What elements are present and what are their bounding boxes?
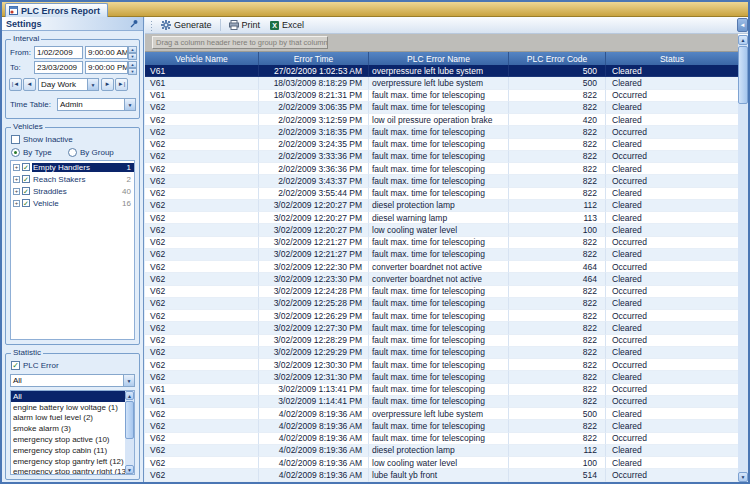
statistic-filter-combo[interactable]: All ▼ (10, 374, 135, 387)
column-header-error-time[interactable]: Error Time (259, 52, 369, 65)
grid-row[interactable]: V623/02/2009 12:24:28 PMfault max. time … (145, 286, 738, 298)
dropdown-icon[interactable]: ▼ (124, 99, 135, 110)
spin-up-icon[interactable]: ▲ (128, 46, 137, 53)
grid-scrollbar[interactable]: ▲ ▼ (738, 35, 748, 482)
scroll-up-icon[interactable]: ▲ (738, 35, 748, 45)
tree-checkbox[interactable]: ✓ (22, 175, 30, 183)
toolbar-overflow-button[interactable]: ◄ (737, 18, 748, 32)
show-inactive-checkbox[interactable] (11, 135, 20, 144)
toolbar-grip[interactable] (150, 20, 153, 31)
plc-error-checkbox[interactable]: ✓ (11, 361, 20, 370)
grid-row[interactable]: V623/02/2009 12:27:30 PMfault max. time … (145, 322, 738, 334)
statistic-list-item[interactable]: emergency stop cabin (11) (11, 445, 125, 456)
grid-row[interactable]: V622/02/2009 3:24:35 PMfault max. time f… (145, 139, 738, 151)
scroll-down-icon[interactable]: ▼ (125, 465, 134, 474)
scrollbar-thumb[interactable] (738, 46, 748, 104)
grid-row[interactable]: V624/02/2009 8:19:36 AMlow cooling water… (145, 457, 738, 469)
pin-icon[interactable] (130, 19, 139, 28)
grid-row[interactable]: V622/02/2009 3:06:35 PMfault max. time f… (145, 102, 738, 114)
from-date-field[interactable]: 1/02/2009 (34, 46, 83, 59)
grid-row[interactable]: V623/02/2009 12:20:27 PMdiesel warning l… (145, 212, 738, 224)
grid-row[interactable]: V623/02/2009 12:21:27 PMfault max. time … (145, 237, 738, 249)
statistic-list-item[interactable]: alarm low fuel level (2) (11, 413, 125, 424)
tab-plc-errors-report[interactable]: PLC Errors Report (5, 3, 108, 17)
vehicle-tree-item[interactable]: +✓Empty Handlers1 (11, 161, 134, 173)
grid-row[interactable]: V623/02/2009 12:25:28 PMfault max. time … (145, 298, 738, 310)
column-header-plc-error-code[interactable]: PLC Error Code (509, 52, 606, 65)
statistic-list-item[interactable]: emergency stop gantry left (12) (11, 456, 125, 467)
by-type-radio[interactable] (11, 148, 20, 157)
scroll-up-icon[interactable]: ▲ (125, 391, 134, 400)
grid-row[interactable]: V622/02/2009 3:12:59 PMlow oil pressure … (145, 114, 738, 126)
tree-checkbox[interactable]: ✓ (22, 187, 30, 195)
statistic-list-scrollbar[interactable]: ▲ ▼ (125, 391, 134, 474)
grid-row[interactable]: V622/02/2009 3:36:36 PMfault max. time f… (145, 163, 738, 175)
to-time-field[interactable]: 9:00:00 PM (85, 61, 128, 74)
generate-button[interactable]: Generate (156, 19, 217, 31)
expand-icon[interactable]: + (13, 164, 20, 171)
grid-row[interactable]: V6127/02/2009 1:02:53 AMoverpressure lef… (145, 65, 738, 77)
grid-row[interactable]: V623/02/2009 12:20:27 PMdiesel protectio… (145, 200, 738, 212)
column-header-plc-error-name[interactable]: PLC Error Name (369, 52, 509, 65)
dropdown-icon[interactable]: ▼ (123, 375, 134, 386)
print-button[interactable]: Print (224, 19, 266, 31)
from-time-field[interactable]: 9:00:00 AM (85, 46, 128, 59)
grid-row[interactable]: V623/02/2009 12:23:30 PMconverter boardn… (145, 273, 738, 285)
grid-row[interactable]: V624/02/2009 8:19:36 AMoverpressure left… (145, 408, 738, 420)
grid-row[interactable]: V623/02/2009 12:29:29 PMfault max. time … (145, 347, 738, 359)
grid-row[interactable]: V624/02/2009 8:19:36 AMfault max. time f… (145, 420, 738, 432)
shift-combo[interactable]: Day Work ▼ (38, 78, 99, 91)
statistic-list-item[interactable]: smoke alarm (3) (11, 423, 125, 434)
scroll-down-icon[interactable]: ▼ (738, 472, 748, 482)
grid-row[interactable]: V622/02/2009 3:43:37 PMfault max. time f… (145, 175, 738, 187)
plc-error-code-cell: 100 (509, 224, 606, 236)
grid-row[interactable]: V6118/03/2009 8:21:31 PMfault max. time … (145, 90, 738, 102)
group-by-hint[interactable]: Drag a column header here to group by th… (152, 36, 328, 49)
grid-row[interactable]: V622/02/2009 3:18:35 PMfault max. time f… (145, 126, 738, 138)
grid-row[interactable]: V623/02/2009 12:26:29 PMfault max. time … (145, 310, 738, 322)
grid-row[interactable]: V613/02/2009 1:13:41 PMfault max. time f… (145, 384, 738, 396)
tree-checkbox[interactable]: ✓ (22, 199, 30, 207)
grid-row[interactable]: V624/02/2009 8:19:36 AMdiesel protection… (145, 445, 738, 457)
grid-row[interactable]: V622/02/2009 3:55:44 PMfault max. time f… (145, 188, 738, 200)
statistic-list-item[interactable]: emergency stop gantry right (13) (11, 467, 125, 475)
nav-first-button[interactable]: |◄ (9, 78, 22, 91)
expand-icon[interactable]: + (13, 188, 20, 195)
excel-button[interactable]: X Excel (265, 19, 309, 31)
column-header-vehicle-name[interactable]: Vehicle Name (145, 52, 259, 65)
to-date-field[interactable]: 23/03/2009 (34, 61, 83, 74)
grid-row[interactable]: V624/02/2009 8:19:36 AMfault max. time f… (145, 433, 738, 445)
to-time-spinner[interactable]: ▲ ▼ (128, 61, 137, 74)
nav-last-button[interactable]: ►| (115, 78, 128, 91)
vehicle-tree-item[interactable]: +✓Reach Stakers2 (11, 173, 134, 185)
grid-row[interactable]: V6118/03/2009 8:18:29 PMoverpressure lef… (145, 77, 738, 89)
grid-row[interactable]: V623/02/2009 12:20:27 PMlow cooling wate… (145, 224, 738, 236)
spin-down-icon[interactable]: ▼ (128, 68, 137, 75)
scrollbar-thumb[interactable] (125, 401, 134, 439)
vehicle-tree-item[interactable]: +✓Straddles40 (11, 185, 134, 197)
expand-icon[interactable]: + (13, 200, 20, 207)
vehicle-tree-item[interactable]: +✓Vehicle16 (11, 197, 134, 209)
spin-down-icon[interactable]: ▼ (128, 53, 137, 60)
by-group-radio[interactable] (68, 148, 77, 157)
expand-icon[interactable]: + (13, 176, 20, 183)
grid-row[interactable]: V623/02/2009 12:28:29 PMfault max. time … (145, 335, 738, 347)
statistic-list-item[interactable]: All (11, 391, 125, 402)
grid-row[interactable]: V613/02/2009 1:14:41 PMfault max. time f… (145, 396, 738, 408)
grid-row[interactable]: V624/02/2009 8:19:36 AMlube fault yb fro… (145, 469, 738, 481)
grid-row[interactable]: V622/02/2009 3:33:36 PMfault max. time f… (145, 151, 738, 163)
nav-next-button[interactable]: ► (101, 78, 114, 91)
grid-row[interactable]: V623/02/2009 12:22:30 PMconverter boardn… (145, 261, 738, 273)
grid-row[interactable]: V623/02/2009 12:21:27 PMfault max. time … (145, 249, 738, 261)
spin-up-icon[interactable]: ▲ (128, 61, 137, 68)
from-time-spinner[interactable]: ▲ ▼ (128, 46, 137, 59)
column-header-status[interactable]: Status (606, 52, 739, 65)
dropdown-icon[interactable]: ▼ (87, 79, 98, 90)
time-table-combo[interactable]: Admin ▼ (57, 98, 136, 111)
statistic-list-item[interactable]: engine battery low voltage (1) (11, 402, 125, 413)
grid-row[interactable]: V623/02/2009 12:31:30 PMfault max. time … (145, 371, 738, 383)
statistic-list-item[interactable]: emergency stop active (10) (11, 434, 125, 445)
grid-row[interactable]: V623/02/2009 12:30:30 PMfault max. time … (145, 359, 738, 371)
nav-prev-button[interactable]: ◄ (23, 78, 36, 91)
tree-checkbox[interactable]: ✓ (22, 163, 30, 171)
